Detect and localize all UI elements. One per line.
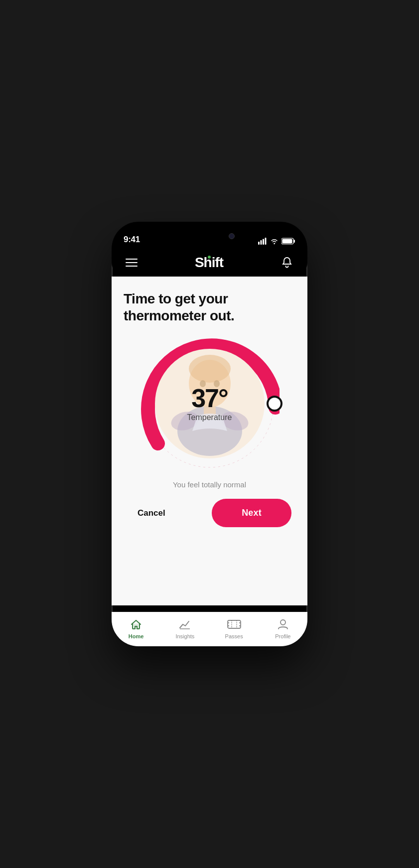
svg-rect-6 (294, 240, 295, 243)
svg-rect-7 (282, 239, 292, 244)
tab-profile-label: Profile (275, 633, 290, 639)
status-icons (258, 238, 295, 245)
home-icon (129, 617, 143, 631)
phone-shell: 9:41 (112, 222, 307, 646)
main-content: Time to get your thermometer out. (112, 277, 307, 605)
hamburger-line-2 (126, 262, 138, 263)
svg-rect-2 (263, 239, 264, 245)
svg-point-11 (189, 355, 231, 383)
signal-icon (258, 238, 267, 245)
svg-rect-0 (258, 242, 260, 245)
svg-point-4 (274, 243, 275, 244)
temperature-value: 37° (187, 385, 232, 411)
tab-profile[interactable]: Profile (266, 617, 300, 639)
tab-insights-label: Insights (175, 633, 194, 639)
camera-dot (229, 233, 235, 239)
tab-passes-label: Passes (225, 633, 243, 639)
profile-icon (276, 617, 290, 631)
hamburger-line-1 (126, 259, 138, 260)
temperature-label: Temperature (187, 413, 232, 422)
action-row: Cancel Next (124, 499, 295, 527)
tab-insights[interactable]: Insights (167, 617, 202, 639)
app-title-dot (208, 256, 211, 259)
svg-rect-3 (265, 238, 267, 245)
status-text: You feel totally normal (124, 480, 295, 489)
tab-home[interactable]: Home (119, 617, 153, 639)
svg-rect-20 (228, 620, 241, 628)
hamburger-line-3 (126, 266, 138, 267)
cancel-button[interactable]: Cancel (128, 501, 175, 525)
dial-handle[interactable] (267, 396, 282, 412)
hamburger-button[interactable] (126, 259, 138, 267)
tab-bar: Home Insights (112, 612, 307, 646)
svg-point-27 (280, 620, 285, 625)
bell-icon[interactable] (280, 256, 293, 269)
wifi-icon (270, 238, 279, 245)
page-heading: Time to get your thermometer out. (124, 290, 295, 324)
app-logo: Shift (195, 255, 223, 271)
temperature-display: 37° Temperature (187, 385, 232, 422)
next-button[interactable]: Next (212, 499, 291, 527)
passes-icon (227, 617, 241, 631)
svg-rect-18 (133, 624, 140, 629)
tab-passes[interactable]: Passes (217, 617, 252, 639)
dynamic-island (180, 228, 240, 245)
nav-bar: Shift (112, 249, 307, 277)
battery-icon (281, 238, 295, 245)
insights-icon (178, 617, 192, 631)
tab-home-label: Home (129, 633, 144, 639)
temperature-dial[interactable]: 37° Temperature (140, 334, 279, 473)
svg-rect-1 (261, 240, 262, 245)
status-time: 9:41 (124, 235, 140, 245)
